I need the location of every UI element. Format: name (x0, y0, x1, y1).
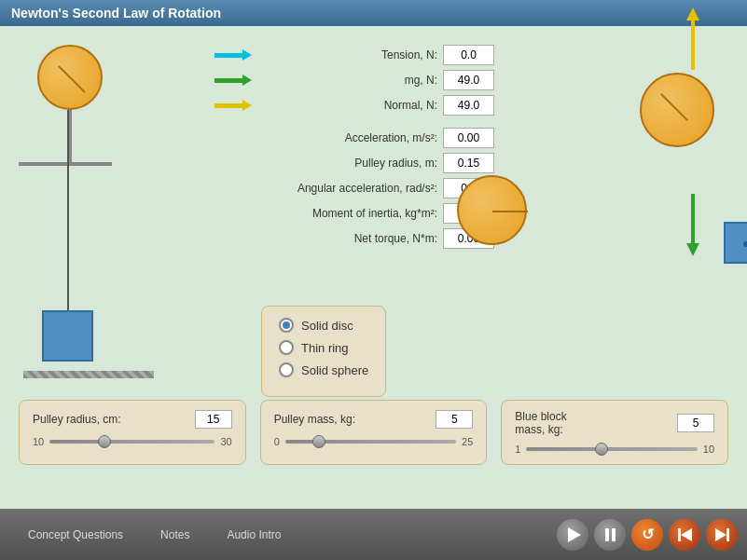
pulley-mass-track[interactable] (285, 440, 456, 444)
up-arrow-yellow (686, 7, 699, 70)
tension-row: Tension, N: (214, 45, 494, 65)
rope-vertical (67, 110, 69, 310)
pulley-spoke-left (58, 65, 86, 93)
blue-block-slider-label: Blue block mass, kg: (515, 410, 566, 436)
down-arrow-green (686, 194, 699, 256)
pulley-radius-label: Pulley radius, m: (214, 157, 443, 170)
main-area: Tension, N: mg, N: Normal, N: Accelerati… (0, 26, 747, 530)
bottom-bar: Concept Questions Notes Audio Intro ↺ (0, 509, 747, 560)
moment-inertia-label: Moment of inertia, kg*m²: (214, 207, 443, 220)
mg-input[interactable] (443, 70, 494, 90)
blue-block-slider-input[interactable] (677, 414, 714, 432)
down-shaft (691, 194, 695, 245)
right-disc-container (640, 73, 714, 147)
pulley-mass-slider-label: Pulley mass, kg: (274, 413, 355, 426)
pulley-radius-thumb[interactable] (98, 435, 111, 448)
shape-selector: Solid disc Thin ring Solid sphere (261, 306, 386, 397)
hanging-block-left (42, 310, 93, 362)
solid-sphere-option[interactable]: Solid sphere (279, 362, 368, 377)
pulley-radius-input[interactable] (443, 153, 494, 173)
thin-ring-label: Thin ring (301, 341, 349, 355)
acceleration-label: Acceleration, m/s²: (214, 131, 443, 144)
normal-row: Normal, N: (214, 95, 494, 116)
pulley-mass-min: 0 (274, 436, 280, 447)
solid-disc-option[interactable]: Solid disc (279, 318, 368, 333)
blue-block-thumb[interactable] (595, 443, 608, 456)
blue-block-slider-header: Blue block mass, kg: (515, 410, 714, 436)
reset-button[interactable]: ↺ (631, 519, 663, 551)
solid-sphere-radio[interactable] (279, 362, 294, 377)
pulley-radius-slider-input[interactable] (195, 410, 232, 429)
disc-medium-visual (457, 175, 527, 245)
tension-arrow (214, 48, 252, 62)
net-torque-label: Net torque, N*m: (214, 232, 443, 245)
pause-icon (605, 528, 616, 541)
block-dot (743, 241, 747, 247)
play-button[interactable] (557, 519, 588, 551)
right-disc (640, 73, 714, 147)
mg-arrow (214, 73, 252, 88)
acceleration-input[interactable] (443, 128, 494, 148)
blue-block-right (724, 222, 747, 264)
audio-intro-nav[interactable]: Audio Intro (208, 528, 299, 541)
pulley-radius-slider-header: Pulley radius, cm: (33, 410, 232, 429)
normal-arrow (214, 98, 252, 113)
pulley-radius-row: Pulley radius, m: (214, 153, 494, 173)
pulley-mass-slider-box: Pulley mass, kg: 0 25 (260, 400, 488, 465)
pulley-circle-left (37, 45, 103, 110)
skip-start-icon (678, 528, 692, 541)
pause-button[interactable] (594, 519, 626, 551)
transport-controls: ↺ (557, 519, 738, 551)
angular-acc-label: Angular acceleration, rad/s²: (214, 182, 443, 195)
solid-disc-label: Solid disc (301, 319, 353, 333)
net-torque-row: Net torque, N*m: (214, 228, 494, 249)
skip-end-icon (715, 528, 729, 541)
blue-block-track-row: 1 10 (515, 444, 714, 455)
thin-ring-radio[interactable] (279, 340, 294, 355)
mg-label: mg, N: (256, 74, 443, 87)
down-arrowhead (686, 243, 699, 256)
pulley-radius-min: 10 (33, 436, 44, 447)
moment-inertia-row: Moment of inertia, kg*m²: (214, 203, 494, 224)
blue-block-slider-box: Blue block mass, kg: 1 10 (501, 400, 728, 465)
page-title: Newton's Second Law of Rotation (11, 6, 221, 20)
concept-questions-nav[interactable]: Concept Questions (9, 528, 142, 541)
notes-nav[interactable]: Notes (142, 528, 208, 541)
normal-label: Normal, N: (256, 99, 443, 112)
pulley-mass-thumb[interactable] (312, 435, 325, 448)
mg-row: mg, N: (214, 70, 494, 90)
left-simulation (28, 45, 214, 399)
pulley-mass-slider-header: Pulley mass, kg: (274, 410, 474, 429)
right-disc-spoke (660, 93, 688, 121)
blue-block-track[interactable] (526, 447, 697, 451)
pulley-mass-max: 25 (462, 436, 473, 447)
angular-acc-row: Angular acceleration, rad/s²: (214, 178, 494, 198)
pulley-radius-slider-label: Pulley radius, cm: (33, 413, 121, 426)
sliders-area: Pulley radius, cm: 10 30 Pulley mass, kg… (19, 400, 728, 465)
blue-block-min: 1 (515, 444, 520, 455)
pulley-mass-track-row: 0 25 (274, 436, 474, 447)
thin-ring-option[interactable]: Thin ring (279, 340, 368, 355)
acceleration-row: Acceleration, m/s²: (214, 128, 494, 148)
disc-spoke-med (492, 211, 528, 212)
solid-sphere-label: Solid sphere (301, 363, 368, 377)
data-panel: Tension, N: mg, N: Normal, N: Accelerati… (214, 45, 494, 253)
normal-input[interactable] (443, 95, 494, 116)
reload-icon: ↺ (642, 526, 654, 543)
blue-block-max: 10 (703, 444, 714, 455)
tension-input[interactable] (443, 45, 494, 65)
skip-end-button[interactable] (706, 519, 738, 551)
tension-label: Tension, N: (256, 48, 443, 61)
ground-line (23, 371, 154, 378)
center-disc (457, 175, 527, 245)
pulley-radius-track[interactable] (49, 440, 214, 444)
pulley-mass-slider-input[interactable] (436, 410, 473, 429)
pulley-radius-track-row: 10 30 (33, 436, 232, 447)
up-shaft (691, 19, 695, 70)
right-simulation (640, 73, 714, 147)
play-icon (568, 527, 581, 542)
pole-horizontal (19, 162, 112, 166)
skip-start-button[interactable] (669, 519, 700, 551)
solid-disc-radio[interactable] (279, 318, 294, 333)
title-bar: Newton's Second Law of Rotation (0, 0, 747, 26)
